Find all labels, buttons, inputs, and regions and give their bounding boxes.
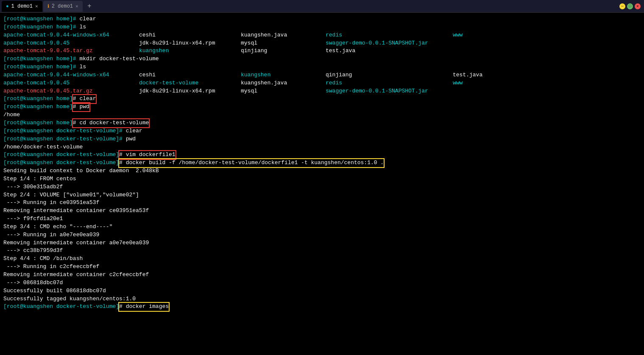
- terminal-output: Step 2/4 : VOLUME ["volume01","volume02"…: [3, 191, 641, 199]
- output-text: Removing intermediate container c2cfeecc…: [3, 271, 149, 279]
- prompt: [root@kuangshen home]: [3, 119, 73, 127]
- command: clear: [79, 15, 96, 23]
- command: clear: [126, 127, 142, 135]
- output-text: Removing intermediate container a0e7ee0e…: [3, 239, 149, 247]
- output-text: Step 3/4 : CMD echo "----end----": [3, 223, 112, 231]
- prompt: [root@kuangshen docker-test-volume]: [3, 303, 119, 311]
- ls-item: kuangshen.java: [241, 79, 326, 87]
- output-text: Step 2/4 : VOLUME ["volume01","volume02"…: [3, 191, 139, 199]
- terminal-output: /home: [3, 111, 641, 119]
- ls-item: qinjiang: [241, 47, 326, 55]
- terminal-line: [root@kuangshen docker-test-volume]# pwd: [3, 135, 641, 143]
- command: mkdir docker-test-volume: [79, 55, 159, 63]
- output-text: ---> 300e315adb2f: [3, 183, 63, 191]
- terminal-output: Successfully built 086818dbc07d: [3, 287, 641, 295]
- ls-item: mysql: [241, 39, 326, 48]
- maximize-button[interactable]: □: [627, 3, 633, 9]
- output-text: Successfully built 086818dbc07d: [3, 287, 106, 295]
- command-annotated: # vim dockerfile1: [119, 151, 176, 159]
- terminal-line: [root@kuangshen docker-test-volume]# doc…: [3, 159, 641, 167]
- ls-item: www: [453, 79, 463, 87]
- terminal-output: Removing intermediate container a0e7ee0e…: [3, 239, 641, 247]
- terminal-line: [root@kuangshen home]# mkdir docker-test…: [3, 55, 641, 63]
- output-text: ---> Running in c2cfeeccbfef: [3, 263, 99, 271]
- command-annotated: # docker images: [119, 303, 169, 311]
- tab-1-demo1[interactable]: ● 1 demo1 ✕: [2, 1, 42, 12]
- ls-item: swagger-demo-0.0.1-SNAPSHOT.jar: [326, 39, 428, 48]
- ls-item: apache-tomcat-9.0.44-windows-x64: [3, 71, 139, 79]
- output-text: ---> Running in ce03951ea53f: [3, 199, 99, 207]
- terminal-output: ---> f9fcfd1a20e1: [3, 215, 641, 223]
- prompt: [root@kuangshen docker-test-volume]#: [3, 127, 126, 135]
- command-annotated: # docker build -f /home/docker-test-volu…: [119, 159, 384, 167]
- terminal-output: /home/docker-test-volume: [3, 143, 641, 151]
- output-text: ---> cc38b7959d3f: [3, 247, 63, 255]
- minimize-button[interactable]: ─: [619, 3, 625, 9]
- prompt: [root@kuangshen home]#: [3, 23, 79, 31]
- ls-item: kuangshen: [241, 71, 326, 79]
- window-controls: ─ □ ✕: [619, 3, 642, 9]
- ls-item: test.java: [453, 71, 482, 79]
- terminal-output: ---> Running in a0e7ee0ea039: [3, 231, 641, 239]
- ls-item: kuangshen.java: [241, 31, 326, 39]
- ls-item: jdk-8u291-linux-x64.rpm: [139, 39, 241, 48]
- terminal-output: Removing intermediate container c2cfeecc…: [3, 271, 641, 279]
- tab-2-icon: ℹ: [47, 3, 49, 9]
- tab-2-close[interactable]: ✕: [75, 3, 78, 9]
- output-text: ---> f9fcfd1a20e1: [3, 215, 63, 223]
- ls-item: docker-test-volume: [139, 79, 241, 87]
- output-text: ---> 086818dbc07d: [3, 279, 63, 287]
- terminal-output: Step 4/4 : CMD /bin/bash: [3, 255, 641, 263]
- prompt: [root@kuangshen docker-test-volume]: [3, 151, 119, 159]
- command: ls: [79, 63, 86, 71]
- terminal-line: [root@kuangshen home]# clear: [3, 95, 641, 103]
- terminal: [root@kuangshen home]# clear [root@kuang…: [0, 13, 644, 355]
- ls-item: ceshi: [139, 31, 241, 39]
- tab-add-button[interactable]: +: [84, 1, 95, 11]
- ls-item: apache-tomcat-9.0.45: [3, 39, 139, 48]
- ls-item: apache-tomcat-9.0.45.tar.gz: [3, 87, 139, 95]
- close-button[interactable]: ✕: [635, 3, 641, 9]
- command-annotated: # cd docker-test-volume: [73, 119, 149, 127]
- output-text: Step 1/4 : FROM centos: [3, 175, 76, 183]
- terminal-line: [root@kuangshen home]# ls: [3, 23, 641, 31]
- output-text: /home: [3, 111, 20, 119]
- terminal-output: Removing intermediate container ce03951e…: [3, 207, 641, 215]
- ls-item: apache-tomcat-9.0.45: [3, 79, 139, 87]
- terminal-output: ---> 086818dbc07d: [3, 279, 641, 287]
- prompt: [root@kuangshen docker-test-volume]: [3, 159, 119, 167]
- ls-output-row: apache-tomcat-9.0.45 docker-test-volume …: [3, 79, 641, 87]
- tab-1-close[interactable]: ✕: [35, 3, 38, 9]
- ls-item: apache-tomcat-9.0.44-windows-x64: [3, 31, 139, 39]
- tab-2-demo1[interactable]: ℹ 2 demo1 ✕: [43, 1, 83, 12]
- terminal-output: Successfully tagged kuangshen/centos:1.0: [3, 295, 641, 303]
- terminal-output: ---> Running in ce03951ea53f: [3, 199, 641, 207]
- ls-output-row: apache-tomcat-9.0.44-windows-x64 ceshi k…: [3, 31, 641, 39]
- prompt: [root@kuangshen home]#: [3, 63, 79, 71]
- tab-1-label: 1 demo1: [11, 3, 33, 9]
- ls-item: redis: [326, 31, 453, 39]
- ls-item: kuangshen: [139, 47, 241, 55]
- prompt: [root@kuangshen docker-test-volume]#: [3, 135, 126, 143]
- ls-output-row: apache-tomcat-9.0.44-windows-x64 ceshi k…: [3, 71, 641, 79]
- command: ls: [79, 23, 86, 31]
- ls-output-row: apache-tomcat-9.0.45 jdk-8u291-linux-x64…: [3, 39, 641, 48]
- tab-bar: ● 1 demo1 ✕ ℹ 2 demo1 ✕ + ─ □ ✕: [0, 0, 644, 13]
- terminal-output: Sending build context to Docker daemon 2…: [3, 167, 641, 175]
- tab-1-icon: ●: [6, 4, 9, 9]
- command: pwd: [126, 135, 136, 143]
- ls-item: mysql: [241, 87, 326, 95]
- terminal-line: [root@kuangshen home]# ls: [3, 63, 641, 71]
- terminal-line: [root@kuangshen home]# pwd: [3, 103, 641, 111]
- output-text: Step 4/4 : CMD /bin/bash: [3, 255, 83, 263]
- ls-item: www: [453, 31, 463, 39]
- output-text: Sending build context to Docker daemon 2…: [3, 167, 159, 175]
- terminal-output: ---> cc38b7959d3f: [3, 247, 641, 255]
- terminal-line: [root@kuangshen docker-test-volume]# doc…: [3, 303, 641, 311]
- terminal-output: ---> Running in c2cfeeccbfef: [3, 263, 641, 271]
- terminal-line: [root@kuangshen home]# cd docker-test-vo…: [3, 119, 641, 127]
- ls-item: ceshi: [139, 71, 241, 79]
- prompt: [root@kuangshen home]#: [3, 15, 79, 23]
- ls-item: test.java: [326, 47, 355, 55]
- command-annotated: # clear: [73, 95, 96, 103]
